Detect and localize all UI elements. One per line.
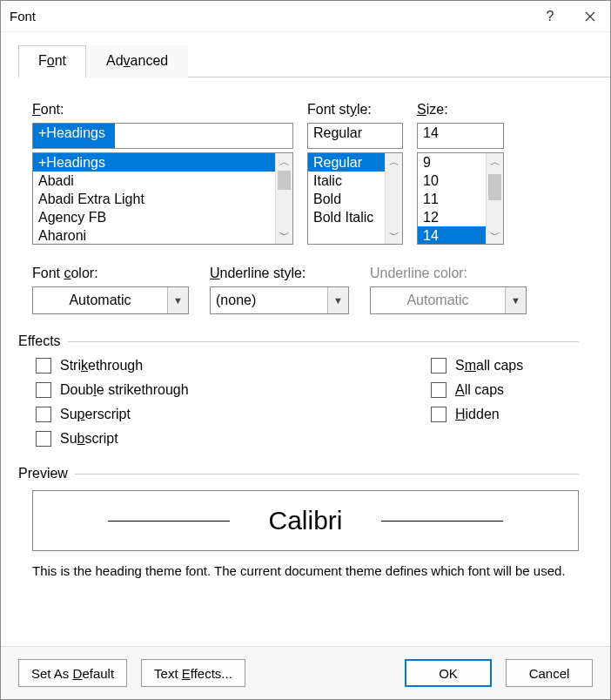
list-item[interactable]: Regular <box>308 153 385 172</box>
strikethrough-checkbox[interactable]: Strikethrough <box>36 358 358 374</box>
all-caps-checkbox[interactable]: All caps <box>431 382 579 398</box>
font-label: Font: <box>32 102 293 118</box>
underline-color-label: Underline color: <box>370 266 527 281</box>
button-bar: Set As Default Text Effects... OK Cancel <box>1 646 610 699</box>
preview-description: This is the heading theme font. The curr… <box>32 563 579 578</box>
preview-header: Preview <box>18 466 579 481</box>
tab-strip: Font Advanced <box>18 44 610 77</box>
font-scrollbar[interactable]: ︿ ﹀ <box>275 153 292 244</box>
cancel-button[interactable]: Cancel <box>506 659 593 687</box>
close-button[interactable] <box>570 1 610 32</box>
scroll-down-icon[interactable]: ﹀ <box>487 226 503 244</box>
tab-font[interactable]: Font <box>18 45 86 77</box>
subscript-checkbox[interactable]: Subscript <box>36 431 358 447</box>
scroll-down-icon[interactable]: ﹀ <box>276 226 292 244</box>
tab-content: Font: +Headings +Headings Abadi Abadi Ex… <box>1 77 610 646</box>
size-input[interactable]: 14 <box>417 123 504 149</box>
list-item[interactable]: 10 <box>418 172 486 190</box>
list-item[interactable]: Bold <box>308 190 385 208</box>
font-style-input[interactable]: Regular <box>307 123 403 149</box>
scroll-up-icon[interactable]: ︿ <box>276 153 292 171</box>
tab-advanced-label: Advanced <box>106 53 168 68</box>
scroll-up-icon[interactable]: ︿ <box>386 153 402 171</box>
preview-box: Calibri <box>32 490 579 551</box>
underline-style-dropdown[interactable]: (none) ▼ <box>210 286 349 314</box>
tab-advanced[interactable]: Advanced <box>86 45 188 77</box>
size-scrollbar[interactable]: ︿ ﹀ <box>486 153 503 244</box>
hidden-checkbox[interactable]: Hidden <box>431 407 579 422</box>
tab-font-label: Font <box>38 53 66 68</box>
list-item[interactable]: 12 <box>418 208 486 226</box>
titlebar: Font ? <box>1 1 610 32</box>
scroll-down-icon[interactable]: ﹀ <box>386 226 402 244</box>
text-effects-button[interactable]: Text Effects... <box>141 659 245 687</box>
ok-button[interactable]: OK <box>405 659 492 687</box>
set-default-button[interactable]: Set As Default <box>18 659 127 687</box>
dialog-title: Font <box>10 9 530 24</box>
small-caps-checkbox[interactable]: Small caps <box>431 358 579 374</box>
list-item[interactable]: Abadi Extra Light <box>33 190 275 208</box>
chevron-down-icon: ▼ <box>505 287 526 313</box>
font-dialog: Font ? Font Advanced Font: +Headings +He… <box>0 0 611 700</box>
double-strikethrough-checkbox[interactable]: Double strikethrough <box>36 382 358 398</box>
list-item[interactable]: Italic <box>308 172 385 190</box>
list-item[interactable]: Bold Italic <box>308 208 385 226</box>
font-color-dropdown[interactable]: Automatic ▼ <box>32 286 189 314</box>
preview-text: Calibri <box>268 506 342 535</box>
list-item[interactable]: 11 <box>418 190 486 208</box>
underline-style-label: Underline style: <box>210 266 349 281</box>
list-item[interactable]: 9 <box>418 153 486 172</box>
superscript-checkbox[interactable]: Superscript <box>36 407 358 422</box>
list-item[interactable]: +Headings <box>33 153 275 172</box>
font-input[interactable]: +Headings <box>32 123 293 149</box>
font-style-listbox[interactable]: Regular Italic Bold Bold Italic ︿ ﹀ <box>307 152 403 245</box>
list-item[interactable]: Abadi <box>33 172 275 190</box>
chevron-down-icon: ▼ <box>327 287 348 313</box>
list-item[interactable]: Aharoni <box>33 226 275 244</box>
font-color-label: Font color: <box>32 266 189 281</box>
underline-color-dropdown: Automatic ▼ <box>370 286 527 314</box>
list-item[interactable]: Agency FB <box>33 208 275 226</box>
size-listbox[interactable]: 9 10 11 12 14 ︿ ﹀ <box>417 152 504 245</box>
size-label: Size: <box>417 102 504 118</box>
close-icon <box>585 11 595 22</box>
font-listbox[interactable]: +Headings Abadi Abadi Extra Light Agency… <box>32 152 293 245</box>
list-item[interactable]: 14 <box>418 226 486 244</box>
style-scrollbar[interactable]: ︿ ﹀ <box>385 153 402 244</box>
font-style-label: Font style: <box>307 102 403 118</box>
help-button[interactable]: ? <box>530 1 570 32</box>
chevron-down-icon: ▼ <box>167 287 188 313</box>
scroll-up-icon[interactable]: ︿ <box>487 153 503 171</box>
effects-header: Effects <box>18 333 579 349</box>
